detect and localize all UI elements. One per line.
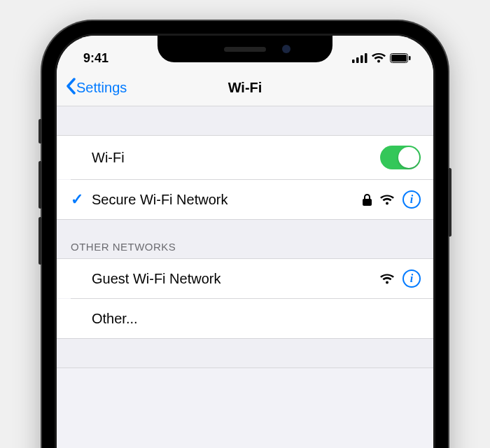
wifi-toggle[interactable]: [380, 146, 421, 169]
wifi-toggle-row: Wi-Fi: [57, 136, 433, 179]
network-row-other[interactable]: Other...: [57, 299, 433, 338]
network-name: Guest Wi-Fi Network: [92, 271, 380, 287]
info-button[interactable]: i: [402, 270, 421, 288]
wifi-status-icon: [372, 53, 386, 63]
notch: [158, 36, 332, 62]
other-networks-header: OTHER NETWORKS: [57, 220, 433, 259]
checkmark-icon: ✓: [71, 190, 92, 209]
cellular-signal-icon: [352, 53, 368, 63]
wifi-signal-icon: [380, 195, 394, 205]
chevron-left-icon: [65, 78, 76, 97]
back-button[interactable]: Settings: [65, 78, 127, 97]
svg-rect-3: [365, 53, 368, 63]
svg-rect-5: [391, 55, 407, 62]
phone-frame: 9:41: [42, 21, 448, 448]
wifi-toggle-label: Wi-Fi: [92, 150, 380, 166]
volume-down-button: [38, 217, 42, 265]
group-spacer: [57, 106, 433, 136]
status-icons: [352, 53, 411, 63]
toggle-knob: [398, 147, 419, 168]
power-button: [448, 168, 451, 237]
svg-rect-0: [352, 59, 355, 63]
wifi-signal-icon: [380, 274, 394, 284]
connected-network-row[interactable]: ✓ Secure Wi-Fi Network i: [57, 180, 433, 219]
volume-up-button: [38, 161, 42, 209]
screen: 9:41: [57, 36, 433, 448]
svg-rect-7: [363, 199, 372, 206]
status-time: 9:41: [83, 51, 108, 66]
other-network-label: Other...: [92, 311, 421, 327]
speaker-grille: [224, 47, 266, 52]
svg-rect-6: [409, 56, 411, 60]
lock-icon: [363, 194, 372, 206]
silence-switch: [38, 119, 42, 144]
network-row-guest[interactable]: Guest Wi-Fi Network i: [57, 259, 433, 298]
svg-rect-2: [360, 55, 363, 63]
svg-rect-1: [356, 57, 359, 63]
back-label: Settings: [76, 80, 127, 96]
info-button[interactable]: i: [402, 190, 421, 209]
battery-icon: [390, 53, 411, 63]
connected-network-name: Secure Wi-Fi Network: [92, 192, 363, 208]
nav-bar: Settings Wi-Fi: [57, 71, 433, 106]
group-spacer: [57, 339, 433, 368]
front-camera: [282, 45, 290, 53]
